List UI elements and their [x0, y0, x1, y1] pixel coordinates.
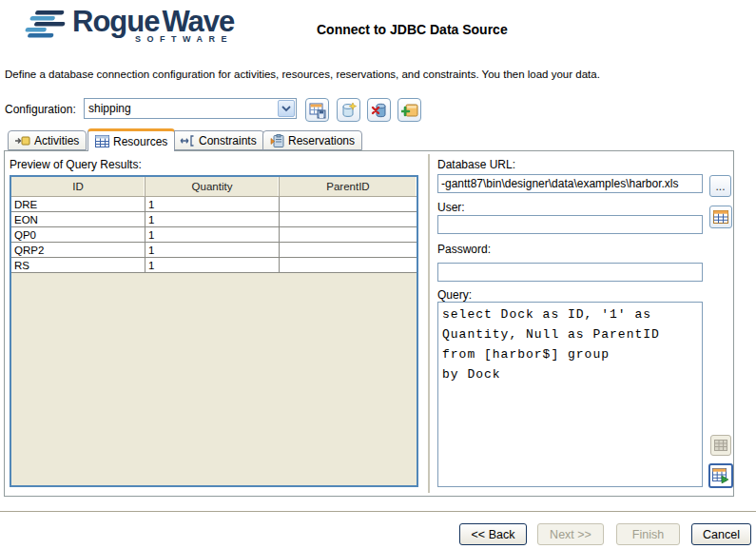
brand-name: RogueWave [72, 6, 234, 38]
back-button[interactable]: << Back [459, 523, 527, 545]
cell-parentid [280, 227, 417, 243]
constraints-link-icon [179, 135, 195, 147]
panel-divider [428, 154, 430, 493]
tab-label: Resources [113, 135, 167, 148]
table-row[interactable]: QP0 1 [11, 227, 417, 243]
activities-arrow-box-icon [15, 134, 30, 147]
cancel-button[interactable]: Cancel [691, 523, 751, 545]
wizard-description: Define a database connection configurati… [5, 69, 748, 80]
table-icon [713, 210, 728, 224]
query-label: Query: [437, 288, 472, 302]
cell-quantity: 1 [145, 227, 280, 243]
user-input[interactable] [437, 215, 703, 234]
save-configuration-button[interactable] [305, 98, 329, 122]
preview-table-button-disabled [710, 435, 731, 456]
tab-reservations[interactable]: Reservations [262, 130, 362, 150]
tab-label: Reservations [288, 134, 355, 147]
page-add-icon [401, 102, 418, 119]
query-results-table[interactable]: ID Quantity ParentID DRE 1 EON 1 QP0 1 Q… [10, 175, 418, 487]
table-row[interactable]: QRP2 1 [11, 243, 417, 258]
cell-quantity: 1 [145, 197, 280, 212]
table-disabled-icon [714, 440, 727, 451]
tab-label: Activities [34, 134, 79, 147]
tab-activities[interactable]: Activities [8, 130, 87, 150]
tab-resources[interactable]: Resources [87, 128, 175, 151]
query-textarea[interactable]: select Dock as ID, '1' as Quantity, Null… [437, 302, 703, 487]
database-url-input[interactable] [437, 174, 703, 193]
cell-parentid [280, 243, 417, 258]
configuration-combobox[interactable]: shipping [84, 98, 297, 119]
finish-button: Finish [616, 523, 680, 545]
column-header-parentid[interactable]: ParentID [280, 177, 417, 196]
add-item-button[interactable] [397, 98, 421, 122]
cell-id: DRE [11, 197, 145, 212]
footer-separator [0, 511, 756, 513]
new-database-connection-button[interactable] [337, 98, 360, 122]
run-query-button[interactable] [708, 463, 733, 488]
jdbc-wizard-dialog: RogueWave SOFTWARE Connect to JDBC Data … [0, 0, 756, 549]
table-row[interactable]: EON 1 [11, 212, 417, 227]
table-row[interactable]: RS 1 [11, 258, 417, 273]
chevron-down-icon [281, 106, 291, 112]
cell-quantity: 1 [145, 258, 280, 273]
cell-id: EON [11, 212, 145, 227]
database-url-label: Database URL: [437, 158, 515, 171]
configuration-label: Configuration: [5, 103, 76, 116]
cell-id: QP0 [11, 227, 145, 243]
database-new-icon [340, 102, 358, 119]
run-query-table-icon [712, 468, 729, 483]
cell-id: QRP2 [11, 243, 145, 258]
user-label: User: [437, 201, 465, 214]
table-header-row: ID Quantity ParentID [11, 177, 417, 197]
cell-quantity: 1 [145, 212, 280, 227]
show-tables-button[interactable] [709, 206, 732, 228]
tab-label: Constraints [199, 134, 257, 147]
cell-parentid [280, 258, 417, 273]
cell-quantity: 1 [145, 243, 280, 258]
table-save-icon [309, 102, 326, 119]
logo-text: RogueWave SOFTWARE [72, 6, 234, 44]
brand-subtitle: SOFTWARE [135, 34, 234, 44]
cell-id: RS [11, 258, 145, 273]
column-header-quantity[interactable]: Quantity [145, 177, 280, 196]
password-input[interactable] [437, 263, 703, 282]
roguewave-logo: RogueWave SOFTWARE [25, 6, 234, 46]
table-row[interactable]: DRE 1 [11, 197, 417, 212]
cell-parentid [280, 212, 417, 227]
database-delete-icon [371, 102, 388, 119]
page-title: Connect to JDBC Data Source [317, 22, 508, 37]
column-header-id[interactable]: ID [11, 177, 145, 196]
tab-constraints[interactable]: Constraints [171, 130, 264, 150]
reservations-clipboard-icon [270, 134, 284, 147]
next-button: Next >> [537, 523, 604, 545]
password-label: Password: [437, 243, 491, 256]
browse-button[interactable]: ... [709, 175, 731, 197]
resources-grid-icon [95, 135, 109, 147]
preview-results-label: Preview of Query Results: [10, 158, 142, 171]
delete-database-connection-button[interactable] [367, 98, 391, 122]
configuration-value: shipping [85, 102, 277, 115]
wave-logo-icon [25, 6, 67, 46]
cell-parentid [280, 197, 417, 212]
combobox-dropdown-button[interactable] [278, 100, 295, 117]
